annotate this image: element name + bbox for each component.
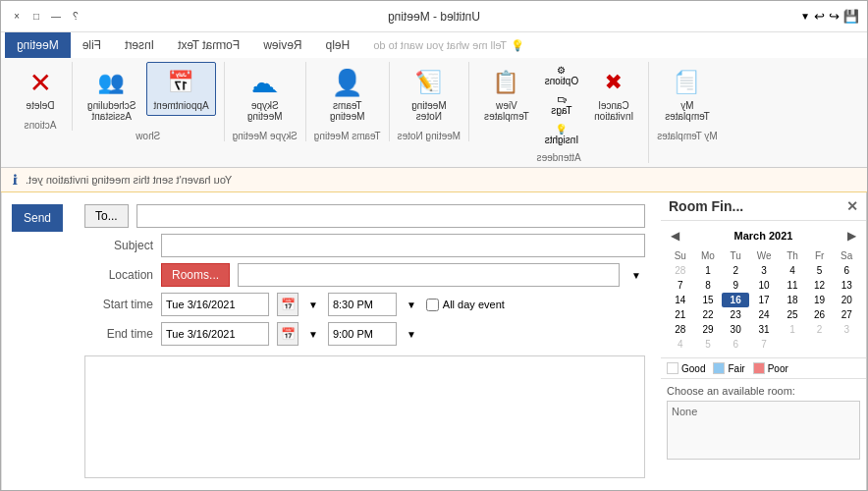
cal-day[interactable]: 6 [722,337,749,352]
location-field[interactable] [238,263,620,287]
close-button[interactable]: × [9,9,25,25]
cal-day[interactable]: 22 [694,307,723,322]
cal-day[interactable]: 25 [779,307,806,322]
start-time-input[interactable] [328,293,397,316]
cal-day-today[interactable]: 16 [722,293,749,307]
down-arrow-icon[interactable]: ▼ [800,11,810,22]
cal-day[interactable]: 2 [722,263,749,278]
cal-day[interactable]: 27 [833,307,860,322]
start-date-input[interactable] [161,293,269,316]
cal-day[interactable]: 7 [749,337,779,352]
delete-button[interactable]: ✕ Delete [17,62,64,116]
cal-day[interactable]: 21 [667,307,694,322]
tell-me-bar[interactable]: 💡 Tell me what you want to do [361,32,536,58]
cal-day[interactable]: 31 [749,322,779,337]
tab-review[interactable]: Review [251,32,313,58]
tags-icon: 🏷 [557,94,567,105]
subject-field[interactable] [161,234,645,257]
weekday-fr: Fr [806,248,834,263]
cal-day[interactable]: 8 [694,278,723,293]
cal-day[interactable]: 29 [694,322,723,337]
send-button[interactable]: Send [12,204,63,232]
lightbulb-icon: 💡 [511,39,524,52]
redo-icon[interactable]: ↪ [814,9,825,24]
to-field[interactable] [136,204,645,228]
cal-day[interactable]: 20 [833,293,860,307]
end-date-calendar-button[interactable]: 📅 [277,322,298,346]
save-icon[interactable]: 💾 [843,9,859,24]
to-button[interactable]: To... [84,204,129,228]
cal-day[interactable]: 28 [667,322,694,337]
appointment-icon: 📅 [166,67,197,98]
undo-icon[interactable]: ↩ [829,9,840,24]
scheduling-label: SchedulingAssistant [87,100,136,122]
maximize-button[interactable]: □ [28,9,44,25]
skype-meeting-button[interactable]: ☁ SkypeMeeting [241,62,290,127]
cal-day[interactable]: 3 [833,322,860,337]
tab-format-text[interactable]: Format Text [166,32,251,58]
cal-day[interactable]: 5 [806,263,834,278]
tab-help[interactable]: Help [314,32,362,58]
cal-day[interactable]: 9 [722,278,749,293]
cal-day[interactable]: 11 [779,278,806,293]
end-date-input[interactable] [161,322,269,346]
scheduling-assistant-button[interactable]: 👥 SchedulingAssistant [81,62,142,127]
cal-day[interactable]: 12 [806,278,834,293]
cal-day[interactable]: 4 [667,337,694,352]
cal-day[interactable]: 28 [667,263,694,278]
cal-day[interactable]: 19 [806,293,834,307]
minimize-button[interactable]: — [48,9,64,25]
my-templates-button[interactable]: 📄 MyTemplates [658,62,717,127]
cal-day[interactable]: 2 [806,322,834,337]
cal-day[interactable]: 30 [722,322,749,337]
skype-group-label: Skype Meeting [233,131,298,141]
start-date-dropdown-icon[interactable]: ▼ [306,300,320,310]
help-icon[interactable]: ? [68,9,83,25]
teams-meeting-button[interactable]: 👤 TeamsMeeting [323,62,372,127]
cal-day[interactable]: 14 [667,293,694,307]
ribbon-group-attendees: ✖ CancelInvitation ⚙ Options 🏷 Tags 💡 In… [469,62,649,163]
start-time-dropdown-icon[interactable]: ▼ [405,300,418,310]
cal-day[interactable]: 6 [833,263,860,278]
cancel-invitation-button[interactable]: ✖ CancelInvitation [587,62,640,127]
cal-day[interactable]: 13 [833,278,860,293]
cal-day[interactable]: 4 [779,263,806,278]
legend-good-label: Good [681,363,705,374]
tab-meeting[interactable]: Meeting [5,32,71,58]
end-date-dropdown-icon[interactable]: ▼ [306,329,320,340]
location-dropdown-icon[interactable]: ▼ [627,270,645,281]
cal-day[interactable]: 7 [667,278,694,293]
cal-day[interactable]: 1 [694,263,723,278]
tags-button[interactable]: 🏷 Tags [540,91,583,119]
rooms-button[interactable]: Rooms... [161,263,230,287]
cal-day[interactable]: 24 [749,307,779,322]
all-day-checkbox[interactable] [426,299,439,311]
room-list-item[interactable]: None [672,406,855,417]
cal-day[interactable]: 5 [694,337,723,352]
appointment-button[interactable]: 📅 Appointment [146,62,215,116]
cal-day[interactable]: 26 [806,307,834,322]
legend-fair-box [713,362,725,374]
cal-day[interactable]: 10 [749,278,779,293]
calendar-week-6: 4 5 6 7 [667,337,860,352]
cal-day[interactable]: 17 [749,293,779,307]
calendar-next-button[interactable]: ▶ [843,227,860,245]
message-body[interactable] [84,355,645,478]
start-date-calendar-button[interactable]: 📅 [277,293,298,316]
end-time-input[interactable] [328,322,397,346]
calendar-prev-button[interactable]: ◀ [667,227,683,245]
cal-day[interactable]: 15 [694,293,723,307]
meeting-notes-button[interactable]: 📝 MeetingNotes [405,62,454,127]
options-button[interactable]: ⚙ Options [540,62,583,89]
tab-insert[interactable]: Insert [113,32,166,58]
end-time-dropdown-icon[interactable]: ▼ [405,329,418,340]
cal-day[interactable]: 18 [779,293,806,307]
cal-day[interactable]: 3 [749,263,779,278]
tab-file[interactable]: File [71,32,113,58]
view-templates-button[interactable]: 📋 ViewTemplates [477,62,536,127]
cal-day[interactable]: 23 [722,307,749,322]
insights-button[interactable]: 💡 Insights [540,121,583,148]
room-finder-close-button[interactable]: ✕ [846,198,858,214]
cal-day[interactable]: 1 [779,322,806,337]
room-list: None [667,401,860,460]
